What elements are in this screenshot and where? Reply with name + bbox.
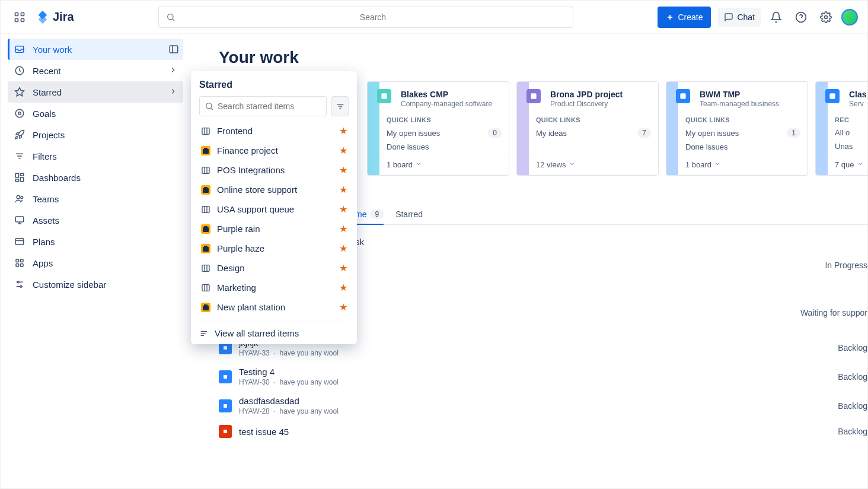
sidebar-item-apps[interactable]: Apps [8, 252, 183, 274]
star-filled-icon[interactable]: ★ [339, 145, 347, 156]
issue-row[interactable]: Testing 4 HYAW-30 · have you any wool Ba… [219, 362, 867, 391]
svg-rect-22 [21, 173, 24, 176]
star-filled-icon[interactable]: ★ [339, 204, 347, 215]
issue-title: dasdfasdasdad [239, 396, 867, 406]
sidebar-item-label: Projects [33, 130, 65, 140]
sidebar-item-recent[interactable]: Recent [8, 60, 183, 81]
svg-rect-81 [203, 306, 209, 310]
starred-item-frontend[interactable]: Frontend★ [199, 121, 349, 141]
app-switcher-icon[interactable] [10, 8, 29, 27]
starred-item-label: Online store support [217, 185, 297, 195]
settings-button[interactable] [816, 8, 835, 27]
issue-row[interactable]: test issue 45 Backlog [219, 420, 867, 443]
svg-rect-63 [203, 188, 209, 193]
chevron-down-icon [415, 160, 422, 169]
chat-button[interactable]: Chat [718, 8, 761, 27]
notifications-button[interactable] [767, 8, 786, 27]
sidebar-item-projects[interactable]: Projects [8, 124, 183, 145]
global-search[interactable] [158, 7, 573, 28]
quick-link[interactable]: My ideas7 [529, 126, 658, 140]
card-footer[interactable]: 12 views [529, 154, 658, 175]
star-filled-icon[interactable]: ★ [339, 125, 347, 136]
card-footer[interactable]: 7 que [828, 154, 867, 175]
starred-item-label: Purple rain [217, 224, 260, 234]
star-filled-icon[interactable]: ★ [339, 243, 347, 254]
global-search-input[interactable] [180, 12, 566, 22]
view-all-starred-link[interactable]: View all starred items [199, 322, 349, 338]
sidebar-item-teams[interactable]: Teams [8, 188, 183, 209]
svg-line-49 [211, 108, 213, 110]
sidebar-item-customize-sidebar[interactable]: Customize sidebar [8, 274, 183, 295]
chevron-right-icon [169, 87, 177, 97]
star-filled-icon[interactable]: ★ [339, 262, 347, 274]
card-footer[interactable]: 1 board [379, 154, 509, 175]
issue-row[interactable]: dasdfasdasdad HYAW-28 · have you any woo… [219, 391, 867, 420]
search-icon [205, 101, 214, 111]
quick-link[interactable]: My open issues0 [379, 126, 509, 140]
quick-link[interactable]: My open issues1 [678, 126, 808, 140]
star-filled-icon[interactable]: ★ [339, 282, 347, 293]
sidebar-item-dashboards[interactable]: Dashboards [8, 167, 183, 188]
starred-item-finance-project[interactable]: Finance project★ [199, 141, 349, 160]
sidebar-item-label: Assets [33, 215, 59, 226]
sidebar-item-filters[interactable]: Filters [8, 145, 183, 167]
sidebar-item-your-work[interactable]: Your work [8, 39, 183, 60]
svg-rect-21 [15, 173, 18, 177]
starred-item-pos-integrations[interactable]: POS Integrations★ [199, 160, 349, 180]
user-avatar[interactable] [841, 9, 858, 26]
project-icon [377, 89, 391, 103]
quick-link[interactable]: All o [828, 126, 867, 139]
project-card[interactable]: Brona JPD project Product Discovery QUIC… [516, 81, 659, 176]
rocket-icon [14, 129, 25, 141]
star-filled-icon[interactable]: ★ [339, 223, 347, 234]
starred-search-input[interactable] [218, 101, 321, 111]
project-card[interactable]: BWM TMP Team-managed business QUICK LINK… [666, 81, 808, 176]
svg-line-5 [173, 19, 174, 21]
collapse-sidebar-icon[interactable] [167, 42, 181, 56]
sidebar-item-assets[interactable]: Assets [8, 209, 183, 231]
star-filled-icon[interactable]: ★ [339, 184, 347, 195]
svg-rect-2 [15, 18, 18, 21]
svg-point-25 [17, 195, 20, 198]
starred-item-label: Marketing [217, 282, 256, 293]
svg-rect-34 [16, 264, 19, 267]
starred-item-usa-support-queue[interactable]: USA support queue★ [199, 199, 349, 219]
svg-rect-27 [15, 217, 24, 222]
project-icon [200, 145, 211, 156]
starred-item-design[interactable]: Design★ [199, 258, 349, 278]
tab-me[interactable]: me9 [355, 205, 384, 225]
starred-item-label: Frontend [217, 126, 253, 136]
starred-item-marketing[interactable]: Marketing★ [199, 278, 349, 297]
starred-item-label: Design [217, 263, 245, 273]
issue-type-icon [219, 399, 232, 412]
tab-starred[interactable]: Starred [395, 205, 423, 224]
jira-logo-text: Jira [53, 10, 74, 24]
starred-item-purple-haze[interactable]: Purple haze★ [199, 239, 349, 258]
project-card[interactable]: Clas Serv REC All oUnas 7 que [815, 81, 867, 176]
quick-link[interactable]: Done issues [678, 140, 808, 154]
starred-item-new-plant-station[interactable]: New plant station★ [199, 297, 349, 317]
project-card[interactable]: Blakes CMP Company-managed software QUIC… [367, 81, 509, 176]
star-filled-icon[interactable]: ★ [339, 301, 347, 313]
quick-link[interactable]: Done issues [379, 140, 509, 154]
starred-item-purple-rain[interactable]: Purple rain★ [199, 219, 349, 239]
svg-rect-74 [202, 265, 209, 271]
jira-logo[interactable]: Jira [36, 10, 74, 24]
star-filled-icon[interactable]: ★ [339, 164, 347, 176]
card-footer[interactable]: 1 board [678, 154, 808, 175]
popover-filter-button[interactable] [331, 96, 349, 116]
help-button[interactable] [792, 8, 810, 27]
monitor-icon [14, 214, 25, 226]
svg-rect-69 [203, 227, 209, 232]
starred-item-online-store-support[interactable]: Online store support★ [199, 180, 349, 199]
issue-title: Testing 4 [239, 367, 867, 377]
quick-links-header: QUICK LINKS [678, 113, 808, 126]
starred-search[interactable] [199, 96, 327, 116]
sidebar-item-label: Customize sidebar [33, 280, 106, 290]
svg-rect-11 [170, 46, 178, 53]
sidebar-item-plans[interactable]: Plans [8, 231, 183, 252]
sidebar-item-goals[interactable]: Goals [8, 103, 183, 124]
sidebar-item-starred[interactable]: Starred [8, 81, 183, 103]
quick-link[interactable]: Unas [828, 139, 867, 153]
create-button[interactable]: Create [658, 7, 711, 28]
